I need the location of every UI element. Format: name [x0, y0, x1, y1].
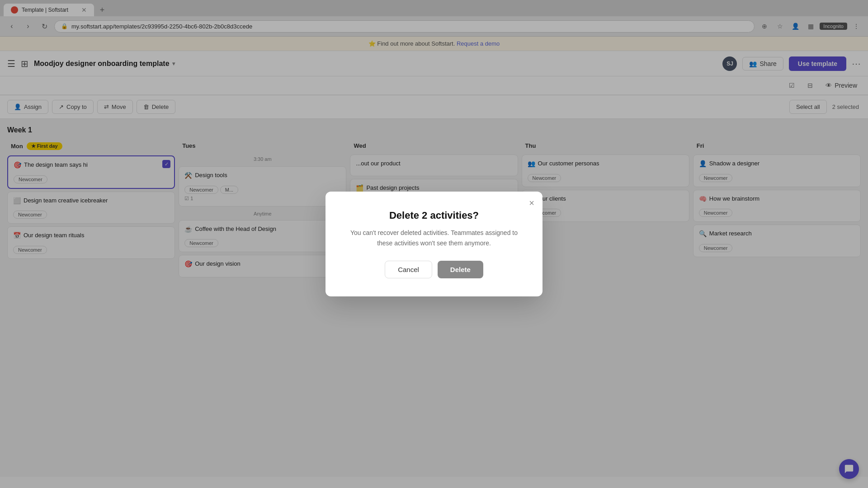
modal-delete-button[interactable]: Delete: [438, 261, 483, 278]
modal-close-button[interactable]: ×: [529, 198, 534, 208]
modal-actions: Cancel Delete: [347, 261, 521, 278]
modal-title: Delete 2 activities?: [347, 210, 521, 221]
modal-overlay: × Delete 2 activities? You can't recover…: [0, 0, 868, 477]
modal-cancel-button[interactable]: Cancel: [385, 261, 432, 278]
modal-body: You can't recover deleted activities. Te…: [347, 228, 521, 248]
delete-confirmation-modal: × Delete 2 activities? You can't recover…: [326, 192, 542, 296]
